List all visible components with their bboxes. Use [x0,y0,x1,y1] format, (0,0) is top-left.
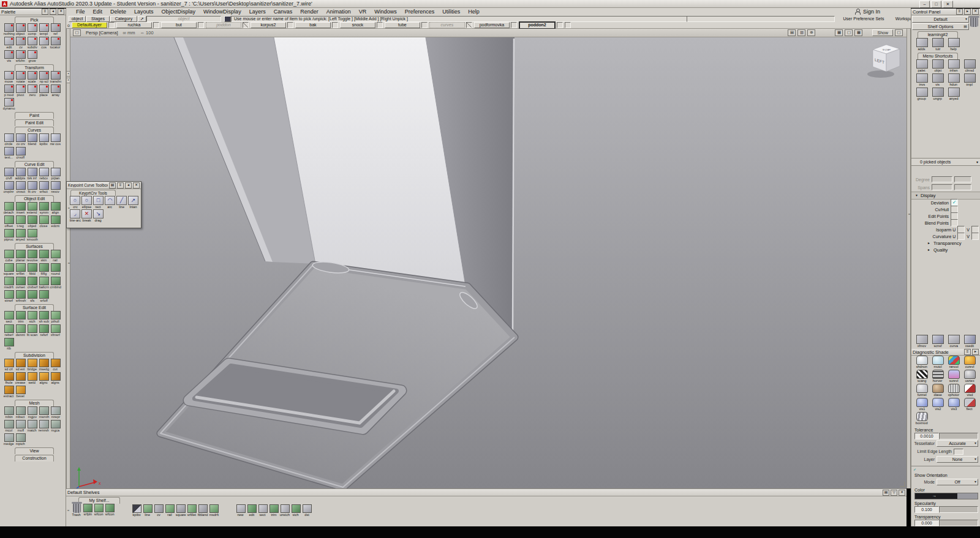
menu-canvas[interactable]: Canvas [274,9,293,15]
menu-animation[interactable]: Animation [326,9,351,15]
layer-checkbox-korpus2[interactable] [287,22,293,28]
maximize-button[interactable]: □ [931,1,941,8]
kpt-list-icon[interactable]: ≡ [117,182,124,189]
palette-tool-medge[interactable]: medge [3,433,15,446]
show-extra-icon[interactable]: ▢ [895,29,903,36]
palette-tool-array[interactable]: array [50,84,61,97]
shelf-tool-rail[interactable]: rail [164,504,175,517]
shelf-tool-stch[interactable]: stch [290,504,301,517]
shortcut-invs[interactable]: invs [914,73,930,87]
palette-tool-objed[interactable]: objed [26,215,38,228]
palette-tool-sh-sub[interactable]: sh sub [38,311,50,324]
palette-tool-subdiv[interactable]: subdiv [26,37,38,50]
palette-tool-bevel[interactable]: bevel [15,386,26,398]
shelf-tool-line[interactable]: line [142,504,153,517]
sign-in-button[interactable]: Sign In [855,8,880,15]
transparency-slider[interactable] [939,520,978,526]
palette-tab-subdivision[interactable]: Subdivision [15,352,54,359]
palette-tool-ftbld[interactable]: ftbld [26,263,38,276]
shelf-tool-srfpln[interactable]: srfpln [82,504,93,517]
palette-tool-cv[interactable]: cv [15,37,26,50]
palette-tab-paint-edit[interactable]: Paint Edit [15,119,54,126]
layout-split-icon[interactable]: ▦ [854,29,862,36]
quick-tool-scnsf[interactable]: scnsf [930,335,946,348]
layer-checkbox-bak[interactable] [332,22,338,28]
diag-tool-xphotor[interactable]: xphotor [946,384,962,397]
layer-checkbox-podformovka[interactable] [511,22,517,28]
menu-vr[interactable]: VR [359,9,367,15]
shelf-options-button[interactable]: Shelf Options ▤ [912,23,969,30]
palette-tab-construction[interactable]: Construction [15,455,54,461]
palette-tool-mcol[interactable]: mcol [3,420,15,433]
shortcut-vis[interactable]: vis [930,73,946,87]
shortcut-palet[interactable]: palet [914,59,930,73]
color-slider[interactable]: → [914,493,978,499]
palette-header[interactable]: Palette ≡ ◂ ✕ [0,9,66,15]
kpt-tool-lntan[interactable]: ↗lntan [127,196,139,209]
shelf-tool-srfillet[interactable]: srfillet [186,504,197,517]
shelf-tool-unstch[interactable]: unstch [279,504,290,517]
palette-tool-insert[interactable]: insert [15,202,26,215]
quick-tool-xsedit[interactable]: xsedit [962,335,978,348]
layer-dropdown[interactable]: None ▾ [937,456,978,463]
palette-close-icon[interactable]: ✕ [58,9,64,15]
palette-tool-ref[interactable]: ref [50,23,61,36]
shelf-tool-ftbland[interactable]: ftbland [197,504,208,517]
palette-tool-offset[interactable]: offset [3,215,15,228]
layer-button-bak[interactable]: bak [295,22,331,28]
viewport-canvas[interactable]: x TOP LEFT [70,37,907,488]
layer-button-tube[interactable]: tube [385,22,420,28]
cp-close-icon[interactable]: ✕ [972,9,979,15]
layer-radio-icon[interactable]: o [67,23,70,28]
diag-tool-horver[interactable]: horver [930,370,946,383]
shelves-dock-icon[interactable]: ▽ [891,490,897,496]
palette-tool-filflg[interactable]: filflg [38,263,50,276]
menu-layouts[interactable]: Layouts [134,9,154,15]
kpt-tool-rect[interactable]: □rect [92,196,104,209]
image-plane-icon[interactable]: ▥ [797,29,805,36]
shortcut-hdun[interactable]: hdun [946,73,962,87]
palette-collapse-icon[interactable]: ◂ [50,9,56,15]
palette-tool-stch[interactable]: stch [26,311,38,324]
palette-tool-pivot[interactable]: pivot [15,84,26,97]
shelf-tool-sect[interactable]: sect [257,504,268,517]
layout-single-icon[interactable]: ▢ [845,29,853,36]
kpt-tools-tab[interactable]: KeyprtCrv Tools [70,190,116,196]
diag-tool-diase[interactable]: diase [930,384,946,397]
palette-tab-surfaces[interactable]: Surfaces [15,243,54,250]
palette-tool-anyed[interactable]: anyed [15,229,26,242]
palette-tool-crvoff[interactable]: crvoff [15,147,26,160]
view-panel-icon[interactable]: ▢ [73,29,81,36]
diag-tool-vis2[interactable]: vis2 [930,398,946,411]
control-panel-header[interactable]: Control Panel ≡ ▸ ✕ [911,9,980,15]
diag-tool-vis1[interactable]: vis1 [914,398,930,411]
gutter-down-icon[interactable]: ▾ [66,78,70,83]
palette-tool-sect[interactable]: sect [3,311,15,324]
palette-tool-crvsct[interactable]: crvsct [15,181,26,194]
shelf-handle[interactable]: = [66,509,70,512]
shelf-tool-srfcon[interactable]: srfcon [104,504,115,517]
shelf-tool-new[interactable]: new [235,504,246,517]
palette-tool-p-mod[interactable]: p mod [3,84,15,97]
spans-field-2[interactable] [954,184,971,190]
layer-checkbox-poddon[interactable] [243,22,249,28]
palette-tool-t-reg[interactable]: t-reg [15,215,26,228]
palette-tool-crvplnr[interactable]: crvplnr [3,181,15,194]
display-section-header[interactable]: ▼ Display [911,192,980,200]
palette-tool-prjtan[interactable]: prjtan [50,168,61,181]
snapshot-icon[interactable]: ▤ [788,29,796,36]
palette-tool-vis[interactable]: vis [3,50,15,63]
layer-checkbox-defaultlayer[interactable] [108,22,115,28]
palette-tool-fhole[interactable]: fhole [3,372,15,385]
shelf-tab-learning2[interactable]: learning#2 [918,31,958,38]
shortcut-group[interactable]: group [914,88,930,101]
palette-tool-addpts[interactable]: addpts [15,168,26,181]
palette-tool-algns[interactable]: algns [50,372,61,385]
diag-tool-shdnon[interactable]: shdnon [914,356,930,369]
diag-tool-rancol[interactable]: rancol [946,356,962,369]
layer-checkbox-snock[interactable] [377,22,383,28]
palette-tool-extend[interactable]: extend [26,202,38,215]
diag-tool-boxmod[interactable]: boxmod [914,412,930,425]
palette-tool-crnblnd[interactable]: crnblnd [50,277,61,290]
palette-tool-comp[interactable]: comp [26,23,38,36]
